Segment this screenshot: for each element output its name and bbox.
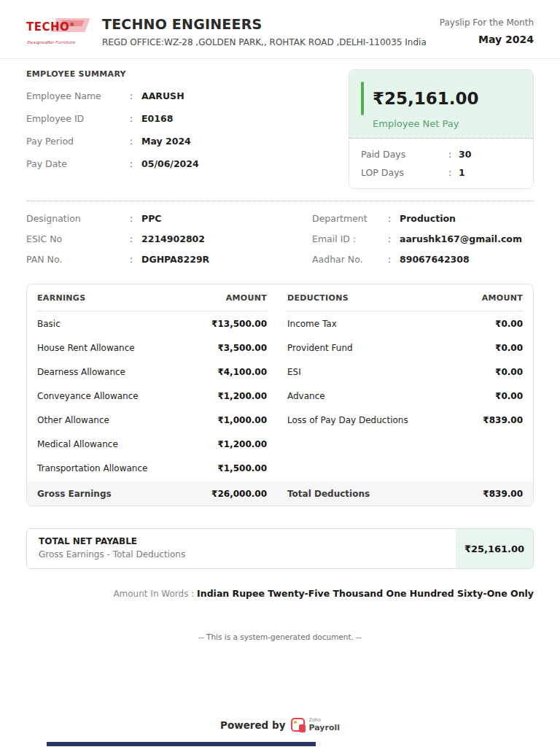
field-value: Production	[400, 213, 456, 224]
earning-name: House Rent Allowance	[37, 343, 135, 353]
field-label: PAN No.	[26, 254, 130, 265]
employee-id-row: Employee ID : E0168	[26, 113, 334, 124]
employee-name-row: Employee Name : AARUSH	[26, 90, 334, 101]
field-value: 30	[459, 149, 471, 160]
earning-amount: ₹3,500.00	[217, 343, 267, 353]
field-value: 1	[459, 167, 465, 178]
zoho-payroll-wordmark: Zoho Payroll	[308, 718, 340, 732]
days-summary: Paid Days : 30 LOP Days : 1	[349, 139, 533, 188]
deductions-header: DEDUCTIONS	[287, 293, 349, 303]
field-value: E0168	[141, 113, 173, 124]
net-pay-highlight: ₹25,161.00 Employee Net Pay	[349, 70, 533, 138]
total-deductions-amount: ₹839.00	[483, 489, 523, 499]
system-generated-note: -- This is a system-generated document. …	[26, 632, 534, 641]
table-row: Medical Allowance ₹1,200.00	[37, 432, 523, 456]
deduction-amount: ₹0.00	[495, 319, 523, 329]
net-pay-amount: ₹25,161.00	[373, 89, 479, 108]
totals-row: Gross Earnings ₹26,000.00 Total Deductio…	[27, 481, 533, 506]
earning-amount: ₹1,500.00	[217, 463, 267, 473]
lop-days-row: LOP Days : 1	[361, 167, 521, 178]
amount-header: AMOUNT	[226, 293, 267, 303]
deduction-name: Advance	[287, 391, 325, 401]
deduction-name: Provident Fund	[287, 343, 353, 353]
amount-in-words-row: Amount In Words : Indian Rupee Twenty-Fi…	[26, 588, 534, 599]
company-name: TECHNO ENGINEERS	[102, 16, 440, 32]
section-dotted-separator	[26, 201, 534, 201]
employee-details-section: Designation : PPC ESIC No : 2214902802 P…	[26, 213, 534, 265]
table-row: Conveyance Allowance ₹1,200.00 Advance ₹…	[37, 384, 523, 408]
amount-in-words-label: Amount In Words :	[113, 589, 194, 599]
page-bottom-bar	[47, 742, 316, 746]
earning-amount: ₹13,500.00	[211, 319, 267, 329]
zoho-payroll-icon	[291, 718, 305, 732]
pay-period-row: Pay Period : May 2024	[26, 136, 334, 147]
deduction-amount: ₹0.00	[495, 343, 523, 353]
pay-date-row: Pay Date : 05/06/2024	[26, 158, 334, 169]
earning-amount: ₹4,100.00	[217, 367, 267, 377]
field-label: Email ID :	[312, 233, 388, 244]
header-company-block: TECHNO ENGINEERS REGD OFFICE:WZ-28 ,GOLD…	[102, 16, 440, 47]
logo-tagline: Designedfor Furniture	[27, 40, 75, 44]
colon: :	[448, 149, 459, 160]
field-value: PPC	[141, 213, 162, 224]
colon: :	[448, 167, 459, 178]
deduction-name: ESI	[287, 367, 301, 377]
colon: :	[130, 213, 141, 224]
deduction-name: Loss of Pay Day Deductions	[287, 415, 408, 425]
details-right-column: Department : Production Email ID : : aar…	[312, 213, 534, 265]
colon: :	[388, 254, 400, 265]
colon: :	[388, 213, 400, 224]
deduction-amount: ₹0.00	[495, 367, 523, 377]
deduction-amount: ₹0.00	[495, 391, 523, 401]
table-row: Other Allowance ₹1,000.00 Loss of Pay Da…	[37, 408, 523, 432]
table-row: House Rent Allowance ₹3,500.00 Provident…	[37, 336, 523, 360]
department-row: Department : Production	[312, 213, 534, 224]
details-left-column: Designation : PPC ESIC No : 2214902802 P…	[26, 213, 312, 265]
earning-name: Medical Allowance	[37, 439, 118, 449]
gross-earnings-amount: ₹26,000.00	[211, 489, 267, 499]
field-label: Department	[312, 213, 388, 224]
earning-name: Conveyance Allowance	[37, 391, 139, 401]
field-label: Aadhar No.	[312, 254, 388, 265]
header: TECHO® Designedfor Furniture TECHNO ENGI…	[0, 0, 560, 59]
table-row: Dearness Allowance ₹4,100.00 ESI ₹0.00	[37, 360, 523, 384]
field-value: May 2024	[141, 136, 191, 147]
net-pay-card: ₹25,161.00 Employee Net Pay Paid Days : …	[349, 69, 534, 189]
earning-name: Dearness Allowance	[37, 367, 125, 377]
designation-row: Designation : PPC	[26, 213, 312, 224]
earning-amount: ₹1,200.00	[217, 391, 267, 401]
payslip-for-month-label: Payslip For the Month	[440, 18, 534, 28]
net-pay-caption: Employee Net Pay	[373, 118, 521, 129]
field-value: 89067642308	[400, 254, 470, 265]
field-label: Employee Name	[26, 90, 130, 101]
field-label: Designation	[26, 213, 130, 224]
earning-name: Transportation Allowance	[37, 463, 147, 473]
esic-no-row: ESIC No : 2214902802	[26, 233, 312, 244]
deduction-amount: ₹839.00	[483, 415, 523, 425]
earnings-header: EARNINGS	[37, 293, 85, 303]
colon: :	[130, 254, 141, 265]
earnings-deductions-table: EARNINGS AMOUNT DEDUCTIONS AMOUNT Basic …	[26, 284, 534, 506]
payable-subtitle: Gross Earnings - Total Deductions	[39, 549, 444, 560]
field-value: aarushk167@gmail.com	[400, 233, 522, 244]
colon: :	[130, 113, 141, 124]
email-id-row: Email ID : : aarushk167@gmail.com	[312, 233, 534, 244]
earning-name: Basic	[37, 319, 61, 329]
gross-earnings-label: Gross Earnings	[37, 489, 112, 499]
field-value: AARUSH	[141, 90, 184, 101]
paid-days-row: Paid Days : 30	[361, 149, 521, 160]
company-address: REGD OFFICE:WZ-28 ,GOLDEN PARK,, ROHTAK …	[102, 37, 440, 47]
colon: :	[130, 90, 141, 101]
field-label: Pay Period	[26, 136, 130, 147]
earning-name: Other Allowance	[37, 415, 109, 425]
payslip-month: May 2024	[440, 34, 534, 45]
amount-in-words-value: Indian Rupee Twenty-Five Thousand One Hu…	[197, 588, 534, 599]
field-label: Employee ID	[26, 113, 130, 124]
employee-summary-title: EMPLOYEE SUMMARY	[26, 69, 334, 79]
green-accent-bar	[361, 82, 364, 115]
earning-amount: ₹1,200.00	[217, 439, 267, 449]
payable-amount: ₹25,161.00	[456, 529, 533, 568]
powered-by-footer: Powered by Zoho Payroll	[0, 718, 560, 732]
earning-amount: ₹1,000.00	[217, 415, 267, 425]
zoho-brand-top: Zoho	[308, 718, 340, 723]
